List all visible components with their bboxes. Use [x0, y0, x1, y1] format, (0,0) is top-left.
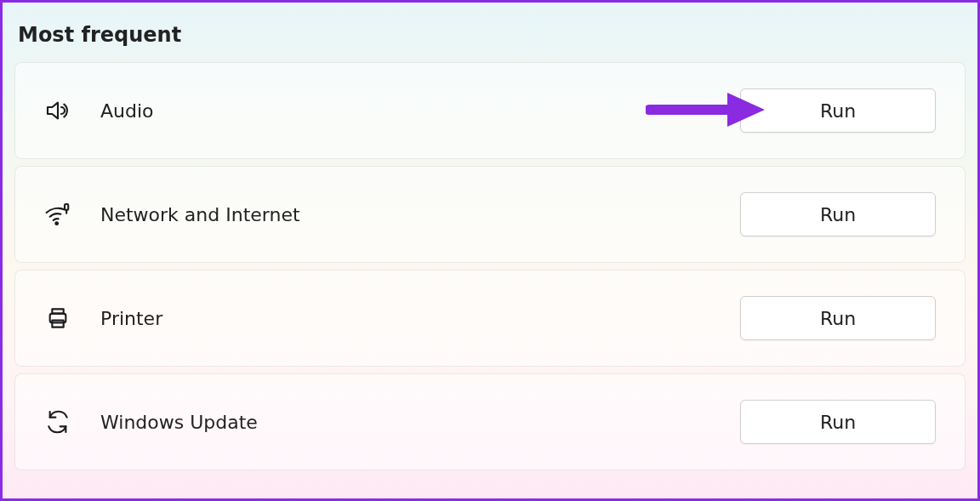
speaker-icon — [44, 97, 71, 124]
svg-rect-5 — [52, 321, 63, 327]
svg-point-0 — [55, 222, 58, 225]
troubleshoot-row-printer[interactable]: Printer Run — [14, 270, 966, 367]
section-title: Most frequent — [18, 23, 966, 47]
wifi-icon — [44, 201, 71, 228]
troubleshoot-row-label: Network and Internet — [100, 204, 740, 225]
printer-icon — [44, 305, 71, 332]
sync-icon — [44, 408, 71, 436]
troubleshoot-row-label: Printer — [100, 308, 740, 329]
run-button-network[interactable]: Run — [740, 192, 936, 236]
troubleshoot-row-label: Windows Update — [100, 412, 740, 433]
run-button-audio[interactable]: Run — [740, 88, 936, 133]
troubleshoot-row-label: Audio — [100, 100, 740, 122]
troubleshoot-row-audio[interactable]: Audio Run — [14, 62, 966, 159]
run-button-windows-update[interactable]: Run — [740, 400, 936, 444]
run-button-printer[interactable]: Run — [740, 296, 936, 340]
troubleshoot-row-network[interactable]: Network and Internet Run — [14, 166, 966, 263]
svg-rect-4 — [52, 309, 63, 313]
troubleshoot-row-windows-update[interactable]: Windows Update Run — [14, 373, 966, 470]
troubleshoot-section: Most frequent Audio Run Network and Inte… — [3, 3, 977, 489]
